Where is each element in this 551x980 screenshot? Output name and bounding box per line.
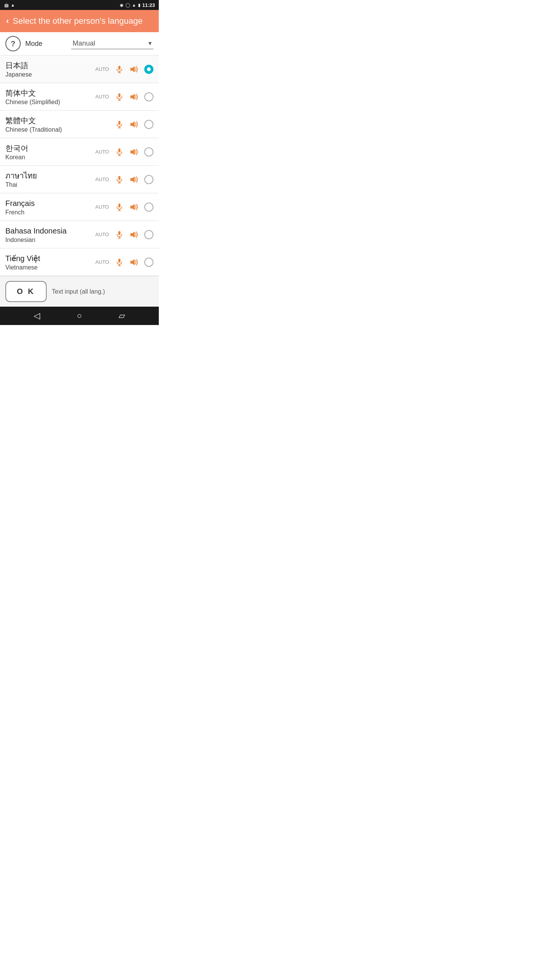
radio-select[interactable]: [144, 92, 153, 101]
wifi-icon: ▲: [132, 3, 136, 7]
mic-icon[interactable]: [115, 258, 124, 266]
language-row[interactable]: 日本語JapaneseAUTO: [0, 56, 159, 83]
language-native-name: ภาษาไทย: [5, 171, 95, 181]
language-controls: [115, 120, 153, 129]
svg-rect-0: [118, 65, 121, 69]
volume-icon[interactable]: [129, 120, 139, 129]
mic-icon[interactable]: [115, 230, 124, 239]
auto-label: AUTO: [95, 94, 109, 100]
language-row[interactable]: 繁體中文Chinese (Traditional): [0, 111, 159, 138]
home-nav-icon[interactable]: ○: [77, 311, 82, 321]
radio-select[interactable]: [144, 230, 153, 239]
language-list: 日本語JapaneseAUTO 简体中文Chinese (Simplified)…: [0, 56, 159, 276]
mic-icon[interactable]: [115, 93, 124, 101]
language-english-name: Chinese (Simplified): [5, 99, 95, 106]
volume-icon[interactable]: [129, 203, 139, 211]
language-text: Bahasa IndonesiaIndonesian: [5, 226, 95, 243]
header-title: Select the other person's language: [13, 16, 142, 26]
language-native-name: 繁體中文: [5, 116, 115, 126]
language-native-name: 简体中文: [5, 88, 95, 98]
language-english-name: Vietnamese: [5, 264, 95, 271]
notification-icon: ◯: [126, 3, 130, 8]
radio-select[interactable]: [144, 65, 153, 74]
language-text: 한국어Korean: [5, 143, 95, 161]
language-row[interactable]: FrançaisFrenchAUTO: [0, 193, 159, 221]
mode-select[interactable]: Manual Auto Semi-auto: [71, 38, 153, 49]
language-text: 日本語Japanese: [5, 60, 95, 78]
status-time: 11:23: [142, 2, 155, 8]
auto-label: AUTO: [95, 204, 109, 210]
svg-rect-4: [118, 93, 121, 97]
status-bar: 🤖 ▲ ◉ ◯ ▲ ▮ 11:23: [0, 0, 159, 10]
language-controls: AUTO: [95, 175, 153, 184]
radio-select[interactable]: [144, 147, 153, 157]
language-controls: AUTO: [95, 230, 153, 239]
location-icon: ◉: [120, 3, 124, 8]
status-bar-right: ◉ ◯ ▲ ▮ 11:23: [120, 2, 155, 8]
help-icon-button[interactable]: ?: [5, 36, 21, 51]
mic-icon[interactable]: [115, 175, 124, 184]
mode-row: ? Mode Manual Auto Semi-auto ▼: [0, 32, 159, 56]
status-bar-left: 🤖 ▲: [4, 3, 15, 8]
svg-marker-19: [130, 176, 135, 183]
volume-icon[interactable]: [129, 258, 139, 266]
language-english-name: Indonesian: [5, 237, 95, 243]
ok-button[interactable]: O K: [5, 281, 47, 302]
svg-marker-27: [130, 231, 135, 238]
language-row[interactable]: ภาษาไทยThaiAUTO: [0, 166, 159, 193]
svg-marker-23: [130, 204, 135, 210]
language-text: ภาษาไทยThai: [5, 171, 95, 188]
svg-marker-31: [130, 259, 135, 265]
volume-icon[interactable]: [129, 65, 139, 74]
text-input-label[interactable]: Text input (all lang.): [52, 288, 105, 295]
svg-rect-20: [118, 203, 121, 207]
language-controls: AUTO: [95, 203, 153, 212]
volume-icon[interactable]: [129, 230, 139, 239]
mode-label: Mode: [25, 40, 67, 48]
mic-icon[interactable]: [115, 65, 124, 74]
language-row[interactable]: Tiếng ViệtVietnameseAUTO: [0, 248, 159, 276]
language-native-name: 한국어: [5, 143, 95, 153]
radio-select[interactable]: [144, 203, 153, 212]
language-text: FrançaisFrench: [5, 198, 95, 216]
volume-icon[interactable]: [129, 175, 139, 184]
language-row[interactable]: 한국어KoreanAUTO: [0, 138, 159, 166]
volume-icon[interactable]: [129, 93, 139, 101]
language-controls: AUTO: [95, 65, 153, 74]
svg-rect-16: [118, 176, 121, 180]
auto-label: AUTO: [95, 176, 109, 182]
svg-marker-11: [130, 121, 135, 127]
svg-rect-28: [118, 258, 121, 262]
language-native-name: Tiếng Việt: [5, 253, 95, 263]
language-native-name: 日本語: [5, 60, 95, 70]
bottom-bar: O K Text input (all lang.): [0, 276, 159, 307]
language-text: 简体中文Chinese (Simplified): [5, 88, 95, 106]
radio-select[interactable]: [144, 175, 153, 184]
battery-icon: ▮: [138, 3, 140, 8]
language-native-name: Bahasa Indonesia: [5, 226, 95, 236]
language-text: 繁體中文Chinese (Traditional): [5, 116, 115, 133]
back-nav-icon[interactable]: ◁: [34, 311, 40, 321]
svg-marker-3: [130, 66, 135, 72]
volume-icon[interactable]: [129, 148, 139, 156]
back-button[interactable]: ‹: [6, 16, 9, 26]
header: ‹ Select the other person's language: [0, 10, 159, 32]
language-english-name: Thai: [5, 181, 95, 188]
radio-select[interactable]: [144, 120, 153, 129]
language-english-name: Korean: [5, 154, 95, 161]
language-row[interactable]: Bahasa IndonesiaIndonesianAUTO: [0, 221, 159, 248]
language-native-name: Français: [5, 198, 95, 208]
auto-label: AUTO: [95, 259, 109, 265]
mic-icon[interactable]: [115, 203, 124, 211]
svg-rect-24: [118, 231, 121, 235]
language-text: Tiếng ViệtVietnamese: [5, 253, 95, 271]
mic-icon[interactable]: [115, 148, 124, 156]
auto-label: AUTO: [95, 232, 109, 237]
mic-icon[interactable]: [115, 120, 124, 129]
mode-select-wrapper[interactable]: Manual Auto Semi-auto ▼: [71, 38, 153, 49]
language-row[interactable]: 简体中文Chinese (Simplified)AUTO: [0, 83, 159, 111]
language-english-name: Japanese: [5, 71, 95, 78]
svg-rect-12: [118, 148, 121, 152]
radio-select[interactable]: [144, 258, 153, 267]
recents-nav-icon[interactable]: ▱: [119, 311, 125, 321]
